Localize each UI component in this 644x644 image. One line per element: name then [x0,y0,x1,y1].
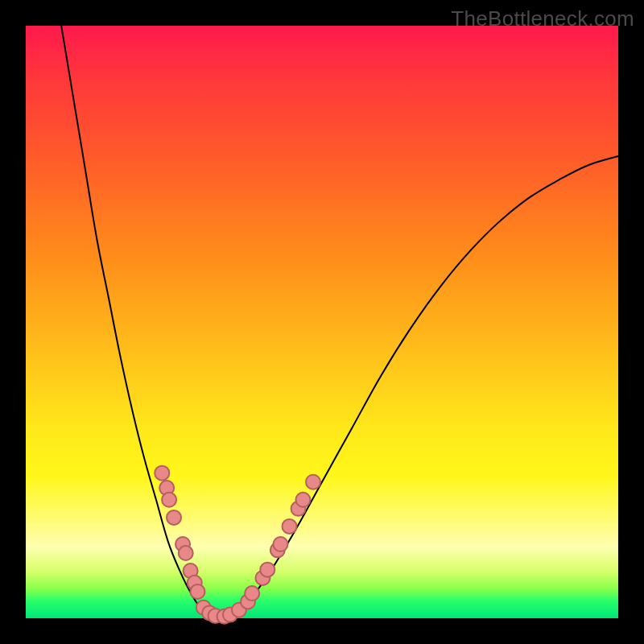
beads-group [155,466,320,624]
plot-area [26,26,618,618]
bead-point [162,493,176,507]
bottleneck-curve [61,26,618,618]
chart-frame: TheBottleneck.com [0,0,644,644]
bead-point [179,546,193,560]
bead-point [245,586,259,601]
bead-point [190,584,204,599]
bead-point [306,475,320,489]
curve-layer [26,26,618,618]
bead-point [273,537,287,551]
bead-point [155,466,169,481]
bead-point [260,563,275,577]
bead-point [167,510,181,525]
bead-point [295,493,310,507]
bead-point [283,519,297,534]
